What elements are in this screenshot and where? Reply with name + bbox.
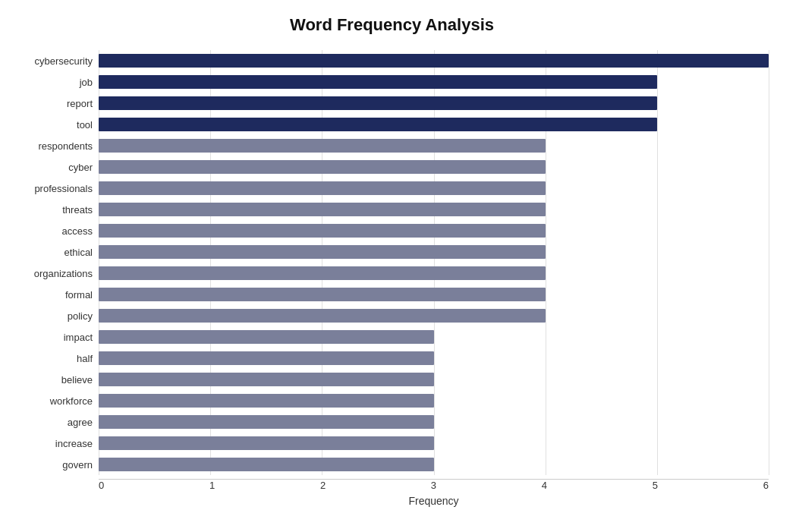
grid-line (434, 50, 435, 475)
bar-professionals (99, 181, 546, 195)
y-label: cybersecurity (15, 50, 93, 71)
y-label: access (15, 220, 93, 241)
grid-line (322, 50, 322, 475)
bar-threats (99, 203, 546, 216)
y-label: workforce (15, 390, 93, 411)
bar-access (99, 224, 546, 238)
bar-row (99, 350, 769, 367)
bar-job (99, 75, 657, 89)
grid-line (657, 50, 658, 475)
bar-row (99, 414, 769, 430)
bar-row (99, 244, 769, 260)
y-label: job (15, 71, 93, 93)
chart-container: Word Frequency Analysis cybersecurityjob… (0, 0, 799, 532)
y-label: half (15, 348, 93, 369)
y-label: believe (15, 369, 93, 390)
y-label: report (15, 93, 93, 114)
bar-half (99, 351, 434, 365)
bar-row (99, 180, 769, 197)
y-label: cyber (15, 156, 93, 178)
bar-row (99, 52, 769, 69)
y-label: threats (15, 199, 93, 220)
y-label: formal (15, 284, 93, 305)
bar-agree (99, 415, 434, 429)
bars-section: cybersecurityjobreporttoolrespondentscyb… (15, 50, 769, 475)
x-tick: 4 (542, 480, 547, 491)
bar-increase (99, 436, 434, 450)
bar-row (99, 137, 769, 154)
x-tick: 1 (209, 480, 215, 491)
y-label: agree (15, 411, 93, 433)
x-tick: 5 (653, 480, 658, 491)
bar-row (99, 159, 769, 175)
x-axis: 0123456 Frequency (99, 479, 769, 507)
y-label: organizations (15, 263, 93, 284)
y-label: govern (15, 454, 93, 475)
grid-lines (99, 50, 769, 475)
bar-believe (99, 373, 434, 386)
bar-row (99, 222, 769, 239)
x-tick: 3 (431, 480, 436, 491)
bar-row (99, 371, 769, 388)
bars-and-grid (99, 50, 769, 475)
y-labels: cybersecurityjobreporttoolrespondentscyb… (15, 50, 99, 475)
bar-tool (99, 118, 657, 131)
bar-cybersecurity (99, 54, 769, 68)
x-tick: 0 (99, 480, 104, 491)
y-label: ethical (15, 241, 93, 263)
y-label: policy (15, 305, 93, 326)
bar-row (99, 74, 769, 90)
bar-row (99, 116, 769, 133)
chart-title: Word Frequency Analysis (15, 15, 769, 35)
bar-row (99, 95, 769, 112)
bar-row (99, 435, 769, 452)
bar-ethical (99, 245, 546, 259)
x-tick: 2 (320, 480, 326, 491)
x-tick: 6 (763, 480, 769, 491)
y-label: impact (15, 326, 93, 348)
bar-impact (99, 330, 434, 344)
bar-organizations (99, 266, 546, 280)
grid-line (99, 50, 99, 475)
bar-cyber (99, 160, 546, 174)
bar-workforce (99, 394, 434, 408)
bar-policy (99, 309, 546, 323)
bar-row (99, 456, 769, 473)
bar-row (99, 329, 769, 345)
grid-line (546, 50, 546, 475)
y-label: respondents (15, 135, 93, 156)
bar-govern (99, 458, 434, 471)
bar-respondents (99, 139, 546, 153)
x-label: Frequency (408, 495, 458, 507)
y-label: tool (15, 114, 93, 135)
y-label: professionals (15, 178, 93, 199)
bar-row (99, 392, 769, 409)
bar-formal (99, 288, 546, 301)
x-ticks: 0123456 (99, 480, 769, 491)
bar-row (99, 307, 769, 324)
bar-row (99, 286, 769, 303)
bar-row (99, 201, 769, 218)
bar-report (99, 96, 657, 110)
grid-line (769, 50, 769, 475)
bar-row (99, 265, 769, 282)
grid-line (210, 50, 211, 475)
chart-area: cybersecurityjobreporttoolrespondentscyb… (15, 50, 769, 461)
y-label: increase (15, 433, 93, 454)
